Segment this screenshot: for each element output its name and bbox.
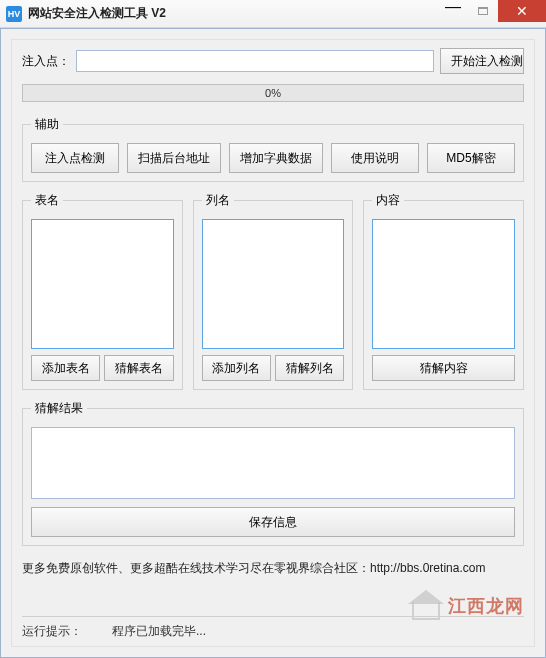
aux-group: 辅助 注入点检测 扫描后台地址 增加字典数据 使用说明 MD5解密 <box>22 116 524 182</box>
content-legend: 内容 <box>372 192 404 209</box>
status-label: 运行提示： <box>22 623 82 640</box>
minimize-button[interactable]: — <box>438 0 468 22</box>
result-legend: 猜解结果 <box>31 400 87 417</box>
add-column-button[interactable]: 添加列名 <box>202 355 271 381</box>
progress-bar: 0% <box>22 84 524 102</box>
table-listbox[interactable] <box>31 219 174 349</box>
md5-decrypt-button[interactable]: MD5解密 <box>427 143 515 173</box>
scan-admin-button[interactable]: 扫描后台地址 <box>127 143 221 173</box>
injection-point-input[interactable] <box>76 50 434 72</box>
table-group: 表名 添加表名 猜解表名 <box>22 192 183 390</box>
content-listbox[interactable] <box>372 219 515 349</box>
table-legend: 表名 <box>31 192 63 209</box>
guess-content-button[interactable]: 猜解内容 <box>372 355 515 381</box>
close-button[interactable]: ✕ <box>498 0 546 22</box>
column-group: 列名 添加列名 猜解列名 <box>193 192 354 390</box>
progress-text: 0% <box>265 87 281 99</box>
footer-note: 更多免费原创软件、更多超酷在线技术学习尽在零视界综合社区：http://bbs.… <box>22 560 524 577</box>
column-listbox[interactable] <box>202 219 345 349</box>
add-dict-button[interactable]: 增加字典数据 <box>229 143 323 173</box>
manual-button[interactable]: 使用说明 <box>331 143 419 173</box>
result-textbox[interactable] <box>31 427 515 499</box>
titlebar: HV 网站安全注入检测工具 V2 — ✕ <box>0 0 546 28</box>
maximize-button[interactable] <box>468 0 498 22</box>
app-icon: HV <box>6 6 22 22</box>
watermark-text: 江西龙网 <box>448 594 524 618</box>
guess-column-button[interactable]: 猜解列名 <box>275 355 344 381</box>
save-info-button[interactable]: 保存信息 <box>31 507 515 537</box>
detect-injection-button[interactable]: 注入点检测 <box>31 143 119 173</box>
status-message: 程序已加载完毕... <box>112 623 206 640</box>
window-title: 网站安全注入检测工具 V2 <box>28 5 438 22</box>
injection-point-label: 注入点： <box>22 53 70 70</box>
start-detection-button[interactable]: 开始注入检测 <box>440 48 524 74</box>
content-group: 内容 猜解内容 <box>363 192 524 390</box>
result-group: 猜解结果 保存信息 <box>22 400 524 546</box>
add-table-button[interactable]: 添加表名 <box>31 355 100 381</box>
guess-table-button[interactable]: 猜解表名 <box>104 355 173 381</box>
status-bar: 运行提示： 程序已加载完毕... <box>22 616 524 640</box>
aux-legend: 辅助 <box>31 116 63 133</box>
column-legend: 列名 <box>202 192 234 209</box>
